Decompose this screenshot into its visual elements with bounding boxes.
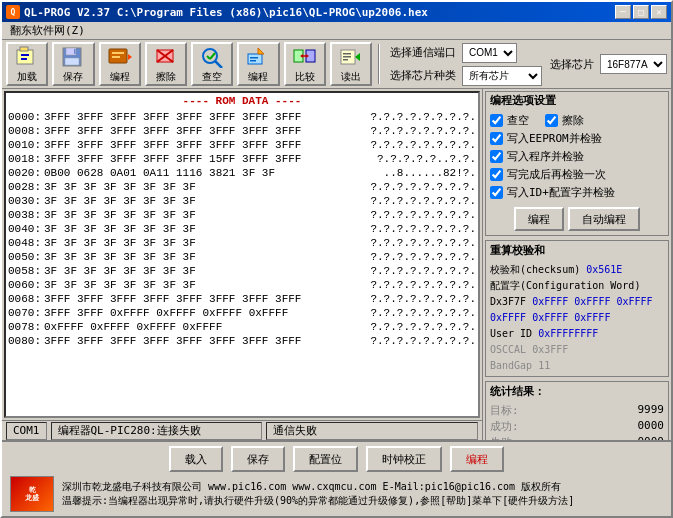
svg-marker-29 [355, 53, 360, 61]
hex-row: 0078: 0xFFFF 0xFFFF 0xFFFF 0xFFFF ?.?.?.… [8, 320, 476, 334]
app-icon: Q [6, 5, 20, 19]
stats-target-label: 目标: [490, 403, 519, 418]
svg-rect-21 [250, 57, 258, 59]
chip-type-select[interactable]: 所有芯片 [462, 66, 542, 86]
eeprom-checkbox[interactable] [490, 132, 503, 145]
hex-header: ---- ROM DATA ---- [6, 93, 478, 109]
hex-row: 0068: 3FFF 3FFF 3FFF 3FFF 3FFF 3FFF 3FFF… [8, 292, 476, 306]
svg-rect-10 [112, 56, 120, 58]
port-row: 选择通信端口 COM1 COM2 COM3 [390, 43, 542, 63]
program-settings-title: 编程选项设置 [486, 92, 668, 109]
minimize-button[interactable]: ─ [615, 5, 631, 19]
port-settings-group: 选择通信端口 COM1 COM2 COM3 选择芯片种类 所有芯片 [386, 43, 542, 86]
svg-rect-1 [20, 47, 28, 51]
stats-target-value: 9999 [638, 403, 665, 418]
toolbar-separator [378, 44, 380, 84]
svg-marker-20 [258, 48, 264, 54]
hex-row: 0000: 3FFF 3FFF 3FFF 3FFF 3FFF 3FFF 3FFF… [8, 110, 476, 124]
hex-row: 0048: 3F 3F 3F 3F 3F 3F 3F 3F ?.?.?.?.?.… [8, 236, 476, 250]
bottom-info: 乾龙盛 深圳市乾龙盛电子科技有限公司 www.pic16.com www.cxq… [2, 474, 671, 514]
company-text: 深圳市乾龙盛电子科技有限公司 www.pic16.com www.cxqmcu.… [62, 480, 663, 508]
write-button[interactable]: 编程 [237, 42, 279, 86]
write-icon [244, 44, 272, 69]
save-button[interactable]: 保存 [52, 42, 94, 86]
hex-row: 0038: 3F 3F 3F 3F 3F 3F 3F 3F ?.?.?.?.?.… [8, 208, 476, 222]
checksum-line-4: 0xFFFF 0xFFFF 0xFFFF [490, 310, 664, 326]
eeprom-label: 写入EEPROM并检验 [507, 131, 602, 146]
program-icon-1 [106, 44, 134, 69]
chip-select-row: 选择芯片 16F877A [550, 54, 667, 74]
re-verify-checkbox[interactable] [490, 168, 503, 181]
check-blank-checkbox[interactable] [490, 114, 503, 127]
save-bottom-btn[interactable]: 保存 [231, 446, 285, 472]
chip-type-row: 选择芯片种类 所有芯片 [390, 66, 542, 86]
hex-panel: ---- ROM DATA ---- 0000: 3FFF 3FFF 3FFF … [2, 89, 483, 440]
port-status: COM1 [6, 422, 47, 440]
chip-select[interactable]: 16F877A [600, 54, 667, 74]
load-icon [13, 44, 41, 69]
hex-scroll-area[interactable]: 0000: 3FFF 3FFF 3FFF 3FFF 3FFF 3FFF 3FFF… [6, 109, 478, 418]
option-eeprom: 写入EEPROM并检验 [490, 129, 664, 147]
port-select[interactable]: COM1 COM2 COM3 [462, 43, 517, 63]
program-btn[interactable]: 编程 [514, 207, 564, 231]
auto-program-btn[interactable]: 自动编程 [568, 207, 640, 231]
company-line2: 温馨提示:当编程器出现异常时,请执行硬件升级(90%的异常都能通过升级修复),参… [62, 494, 663, 508]
program-settings-content: 查空 擦除 写入EEPROM并检验 写入程序并检验 [486, 109, 668, 203]
config-btn[interactable]: 配置位 [293, 446, 358, 472]
hex-row: 0028: 3F 3F 3F 3F 3F 3F 3F 3F ?.?.?.?.?.… [8, 180, 476, 194]
svg-line-16 [215, 61, 222, 68]
check-blank-button[interactable]: 查空 [191, 42, 233, 86]
stats-success-row: 成功: 0000 [490, 419, 664, 434]
check-blank-icon [198, 44, 226, 69]
svg-line-18 [210, 53, 215, 59]
erase-button[interactable]: 擦除 [145, 42, 187, 86]
bottom-buttons: 载入 保存 配置位 时钟校正 编程 [2, 442, 671, 474]
svg-marker-11 [128, 54, 132, 60]
checksum-line-5: User ID 0xFFFFFFFF [490, 326, 664, 342]
maximize-button[interactable]: □ [633, 5, 649, 19]
hex-row: 0050: 3F 3F 3F 3F 3F 3F 3F 3F ?.?.?.?.?.… [8, 250, 476, 264]
option-re-verify: 写完成后再检验一次 [490, 165, 664, 183]
port-label: 选择通信端口 [390, 45, 456, 60]
checksum-line-1: 校验和(checksum) 0x561E [490, 262, 664, 278]
id-checkbox[interactable] [490, 186, 503, 199]
svg-point-15 [203, 49, 217, 63]
erase-icon [152, 44, 180, 69]
program-verify-checkbox[interactable] [490, 150, 503, 163]
program-verify-label: 写入程序并检验 [507, 149, 584, 164]
svg-rect-0 [17, 50, 33, 64]
erase-checkbox[interactable] [545, 114, 558, 127]
load-button[interactable]: 加载 [6, 42, 48, 86]
close-button[interactable]: ✕ [651, 5, 667, 19]
program-bottom-btn[interactable]: 编程 [450, 446, 504, 472]
svg-rect-7 [74, 49, 76, 54]
window-title: QL-PROG V2.37 C:\Program Files (x86)\pic… [24, 6, 428, 19]
checksum-line-6: OSCCAL 0x3FFF [490, 342, 664, 358]
hex-row: 0030: 3F 3F 3F 3F 3F 3F 3F 3F ?.?.?.?.?.… [8, 194, 476, 208]
svg-rect-2 [21, 54, 29, 56]
erase-label: 擦除 [562, 113, 584, 128]
menu-bar: 翻东软件网(Z) [2, 22, 671, 40]
stats-success-label: 成功: [490, 419, 519, 434]
hex-display[interactable]: ---- ROM DATA ---- 0000: 3FFF 3FFF 3FFF … [4, 91, 480, 418]
svg-rect-32 [343, 59, 348, 61]
read-button[interactable]: 读出 [330, 42, 372, 86]
option-id: 写入ID+配置字并检验 [490, 183, 664, 201]
menu-item-website[interactable]: 翻东软件网(Z) [4, 21, 91, 40]
comm-status: 通信失败 [266, 422, 478, 440]
clock-btn[interactable]: 时钟校正 [366, 446, 442, 472]
checksum-line-2: 配置字(Configuration Word) [490, 278, 664, 294]
svg-rect-3 [21, 58, 27, 60]
program-button-1[interactable]: 编程 [99, 42, 141, 86]
stats-panel: 统计结果： 目标: 9999 成功: 0000 失败: 0000 [485, 381, 669, 440]
status-bar: COM1 编程器QL-PIC280:连接失败 通信失败 [2, 420, 482, 440]
svg-rect-6 [65, 58, 79, 65]
compare-button[interactable]: 比较 [284, 42, 326, 86]
svg-rect-31 [343, 56, 351, 58]
stats-success-value: 0000 [638, 419, 665, 434]
svg-rect-30 [343, 53, 351, 55]
company-logo: 乾龙盛 [10, 476, 54, 512]
hex-row: 0058: 3F 3F 3F 3F 3F 3F 3F 3F ?.?.?.?.?.… [8, 264, 476, 278]
svg-rect-19 [248, 54, 262, 64]
load-bottom-btn[interactable]: 载入 [169, 446, 223, 472]
